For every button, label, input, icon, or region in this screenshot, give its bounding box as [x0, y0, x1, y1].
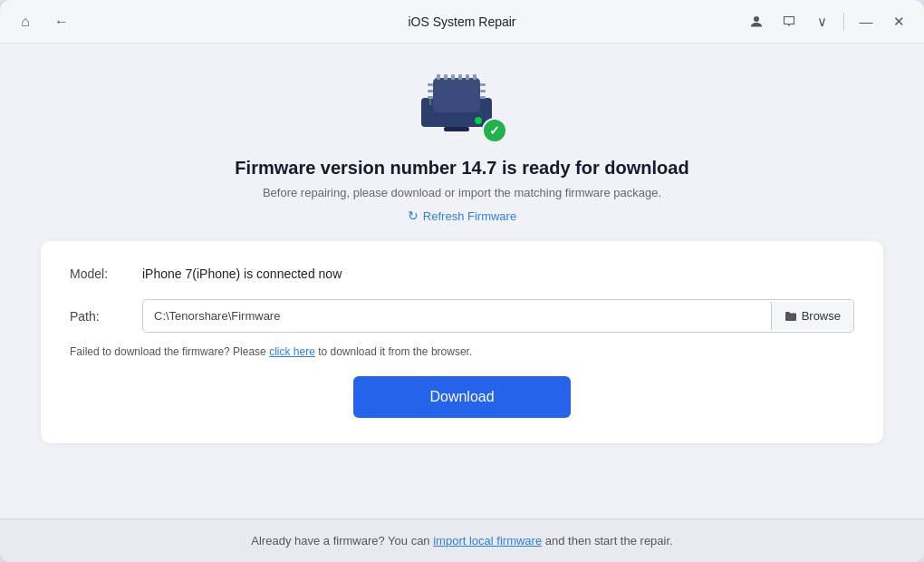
app-window: ⌂ ← iOS System Repair ∨ — — [0, 0, 924, 562]
path-label: Path: — [70, 309, 142, 324]
hero-icon-area: ✓ — [417, 71, 507, 143]
svg-rect-19 — [444, 127, 469, 131]
fail-text-after: to download it from the browser. — [315, 345, 472, 358]
titlebar: ⌂ ← iOS System Repair ∨ — — [0, 0, 924, 44]
dropdown-button[interactable]: ∨ — [807, 7, 836, 36]
success-badge: ✓ — [482, 118, 507, 143]
import-firmware-link[interactable]: import local firmware — [433, 534, 542, 547]
svg-rect-5 — [433, 78, 480, 112]
svg-rect-11 — [473, 74, 476, 80]
model-value: iPhone 7(iPhone) is connected now — [142, 266, 342, 281]
svg-rect-8 — [451, 74, 455, 80]
svg-rect-17 — [480, 96, 486, 99]
footer-text-before: Already have a firmware? You can — [251, 534, 433, 547]
back-button[interactable]: ← — [47, 7, 76, 36]
chevron-down-icon: ∨ — [817, 14, 827, 30]
window-title: iOS System Repair — [408, 15, 515, 29]
chat-icon — [782, 15, 796, 29]
path-input[interactable] — [143, 300, 771, 332]
path-row: Path: Browse — [70, 299, 854, 333]
fail-text-before: Failed to download the firmware? Please — [70, 345, 269, 358]
svg-rect-7 — [444, 74, 448, 80]
titlebar-divider — [843, 13, 844, 31]
path-input-wrapper: Browse — [142, 299, 854, 333]
titlebar-right: ∨ — ✕ — [742, 7, 913, 36]
fail-text: Failed to download the firmware? Please … — [70, 345, 854, 358]
footer-text-after: and then start the repair. — [542, 534, 673, 547]
model-row: Model: iPhone 7(iPhone) is connected now — [70, 266, 854, 281]
svg-rect-13 — [428, 90, 433, 92]
firmware-subtext: Before repairing, please download or imp… — [263, 186, 661, 199]
model-label: Model: — [70, 266, 142, 281]
close-button[interactable]: ✕ — [884, 7, 913, 36]
svg-rect-15 — [480, 83, 486, 86]
minimize-icon: — — [860, 14, 873, 29]
firmware-card: Model: iPhone 7(iPhone) is connected now… — [41, 241, 883, 443]
back-icon: ← — [54, 14, 69, 30]
titlebar-left: ⌂ ← — [11, 7, 76, 36]
main-content: ✓ Firmware version number 14.7 is ready … — [0, 44, 924, 518]
svg-rect-16 — [480, 90, 486, 92]
refresh-firmware-link[interactable]: ↻ Refresh Firmware — [408, 208, 516, 223]
svg-rect-14 — [428, 96, 433, 99]
minimize-button[interactable]: — — [852, 7, 881, 36]
close-icon: ✕ — [893, 14, 905, 30]
firmware-headline: Firmware version number 14.7 is ready fo… — [235, 158, 688, 179]
browse-button[interactable]: Browse — [771, 302, 853, 330]
refresh-label: Refresh Firmware — [423, 209, 516, 223]
svg-rect-12 — [428, 83, 433, 86]
footer: Already have a firmware? You can import … — [0, 518, 924, 562]
svg-rect-9 — [458, 74, 462, 80]
user-icon — [749, 15, 764, 29]
browse-label: Browse — [802, 309, 841, 323]
svg-rect-6 — [437, 74, 440, 80]
svg-point-18 — [475, 117, 482, 124]
home-icon: ⌂ — [21, 14, 30, 30]
download-button[interactable]: Download — [353, 376, 571, 418]
click-here-link[interactable]: click here — [269, 345, 315, 358]
home-button[interactable]: ⌂ — [11, 7, 40, 36]
chat-button[interactable] — [775, 7, 804, 36]
folder-icon — [784, 310, 797, 323]
user-button[interactable] — [742, 7, 771, 36]
refresh-icon: ↻ — [408, 208, 419, 223]
svg-rect-10 — [466, 74, 469, 80]
